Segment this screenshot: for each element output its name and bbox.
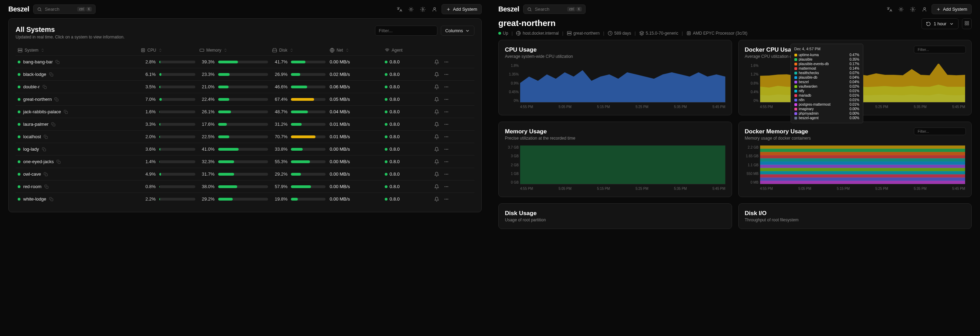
- system-title: great-northern: [498, 18, 747, 28]
- copy-icon[interactable]: [42, 147, 46, 151]
- bell-icon[interactable]: [434, 184, 439, 189]
- page-title: All Systems: [16, 25, 125, 33]
- bell-icon[interactable]: [434, 84, 439, 89]
- table-row[interactable]: bang-bang-bar 2.8% 39.3% 41.7% 0.00 MB/s…: [16, 56, 474, 68]
- layout-toggle[interactable]: [962, 18, 972, 29]
- logo[interactable]: Beszel: [498, 5, 519, 13]
- svg-rect-79: [760, 152, 966, 156]
- search-box[interactable]: ctrlK: [523, 5, 585, 14]
- settings-icon[interactable]: [420, 6, 426, 12]
- card-disk-io: Disk I/O Throughput of root filesystem: [738, 203, 972, 229]
- copy-icon[interactable]: [44, 172, 48, 176]
- more-icon[interactable]: [444, 110, 449, 114]
- card-filter-input[interactable]: [914, 46, 966, 53]
- more-icon[interactable]: [444, 97, 449, 102]
- table-row[interactable]: double-r 3.5% 21.0% 46.6% 0.06 MB/s 0.8.…: [16, 81, 474, 93]
- more-icon[interactable]: [444, 84, 449, 89]
- more-icon[interactable]: [444, 72, 449, 77]
- agent-value: 0.8.0: [383, 56, 432, 68]
- theme-icon[interactable]: [898, 6, 904, 12]
- copy-icon[interactable]: [44, 135, 48, 139]
- table-row[interactable]: black-lodge 6.1% 23.3% 26.9% 0.02 MB/s 0…: [16, 68, 474, 81]
- bell-icon[interactable]: [434, 110, 439, 114]
- col-memory[interactable]: Memory: [199, 48, 268, 53]
- svg-rect-7: [142, 49, 144, 51]
- copy-icon[interactable]: [49, 72, 53, 76]
- bell-icon[interactable]: [434, 72, 439, 77]
- copy-icon[interactable]: [56, 60, 60, 64]
- svg-point-51: [446, 186, 446, 187]
- table-row[interactable]: owl-cave 4.9% 31.7% 29.2% 0.00 MB/s 0.8.…: [16, 168, 474, 180]
- copy-icon[interactable]: [45, 185, 48, 189]
- cpu-icon: [141, 48, 145, 53]
- copy-icon[interactable]: [49, 197, 53, 201]
- bell-icon[interactable]: [434, 172, 439, 177]
- table-row[interactable]: red-room 0.8% 38.0% 57.9% 0.00 MB/s 0.8.…: [16, 180, 474, 193]
- svg-point-33: [445, 124, 445, 124]
- svg-point-43: [446, 161, 446, 162]
- table-row[interactable]: one-eyed-jacks 1.4% 32.3% 55.3% 0.00 MB/…: [16, 156, 474, 168]
- filter-input[interactable]: [375, 25, 438, 36]
- more-icon[interactable]: [444, 159, 449, 164]
- search-box[interactable]: ctrlK: [33, 5, 95, 14]
- col-disk[interactable]: Disk: [272, 48, 326, 53]
- agent-value: 0.8.0: [383, 68, 432, 81]
- copy-icon[interactable]: [56, 160, 60, 164]
- system-name: great-northern: [23, 97, 52, 102]
- card-filter-input[interactable]: [914, 127, 966, 135]
- more-icon[interactable]: [444, 134, 449, 139]
- card-memory-usage: Memory Usage Precise utilization at the …: [498, 122, 732, 197]
- more-icon[interactable]: [444, 197, 449, 202]
- svg-point-24: [448, 99, 448, 99]
- more-icon[interactable]: [444, 60, 449, 64]
- svg-rect-42: [58, 161, 60, 164]
- svg-rect-50: [46, 186, 48, 188]
- add-system-button[interactable]: Add System: [442, 4, 482, 14]
- copy-icon[interactable]: [43, 85, 47, 89]
- copy-icon[interactable]: [54, 97, 59, 102]
- net-value: 0.02 MB/s: [328, 68, 383, 81]
- bell-icon[interactable]: [434, 159, 439, 164]
- svg-rect-4: [18, 48, 22, 50]
- table-row[interactable]: localhost 2.0% 22.5% 70.7% 0.01 MB/s 0.8…: [16, 131, 474, 143]
- history-icon: [926, 21, 931, 26]
- more-icon[interactable]: [444, 184, 449, 189]
- columns-button[interactable]: Columns: [441, 25, 474, 36]
- svg-point-0: [38, 8, 41, 10]
- time-range-select[interactable]: 1 hour: [921, 18, 959, 29]
- table-row[interactable]: laura-palmer 3.3% 17.6% 31.2% 0.01 MB/s …: [16, 118, 474, 131]
- col-cpu[interactable]: CPU: [141, 48, 195, 53]
- more-icon[interactable]: [444, 147, 449, 152]
- copy-icon[interactable]: [64, 110, 68, 114]
- bell-icon[interactable]: [434, 122, 439, 127]
- svg-rect-70: [965, 24, 967, 25]
- table-row[interactable]: white-lodge 2.2% 29.2% 19.8% 0.00 MB/s 0…: [16, 193, 474, 205]
- bell-icon[interactable]: [434, 60, 439, 64]
- copy-icon[interactable]: [51, 122, 56, 126]
- language-icon[interactable]: [886, 6, 892, 12]
- user-icon[interactable]: [922, 6, 928, 12]
- grid-icon: [964, 21, 969, 25]
- user-icon[interactable]: [432, 6, 438, 12]
- table-row[interactable]: jack-rabbits-palace 1.6% 26.1% 48.7% 0.0…: [16, 106, 474, 118]
- bell-icon[interactable]: [434, 147, 439, 152]
- table-row[interactable]: log-lady 3.6% 41.0% 33.8% 0.00 MB/s 0.8.…: [16, 143, 474, 156]
- search-input[interactable]: [45, 6, 72, 12]
- language-icon[interactable]: [396, 6, 402, 12]
- svg-point-15: [446, 74, 446, 75]
- more-icon[interactable]: [444, 172, 449, 177]
- card-disk-usage: Disk Usage Usage of root partition: [498, 203, 732, 229]
- settings-icon[interactable]: [910, 6, 916, 12]
- col-net[interactable]: Net: [330, 48, 380, 53]
- disk-icon: [272, 48, 277, 53]
- more-icon[interactable]: [444, 122, 449, 127]
- logo[interactable]: Beszel: [8, 5, 29, 13]
- theme-icon[interactable]: [408, 6, 414, 12]
- table-row[interactable]: great-northern 7.0% 22.4% 67.4% 0.05 MB/…: [16, 93, 474, 106]
- bell-icon[interactable]: [434, 197, 439, 202]
- bell-icon[interactable]: [434, 134, 439, 139]
- bell-icon[interactable]: [434, 97, 439, 102]
- search-input[interactable]: [535, 6, 562, 12]
- col-system[interactable]: System: [18, 48, 137, 53]
- add-system-button[interactable]: Add System: [932, 4, 972, 14]
